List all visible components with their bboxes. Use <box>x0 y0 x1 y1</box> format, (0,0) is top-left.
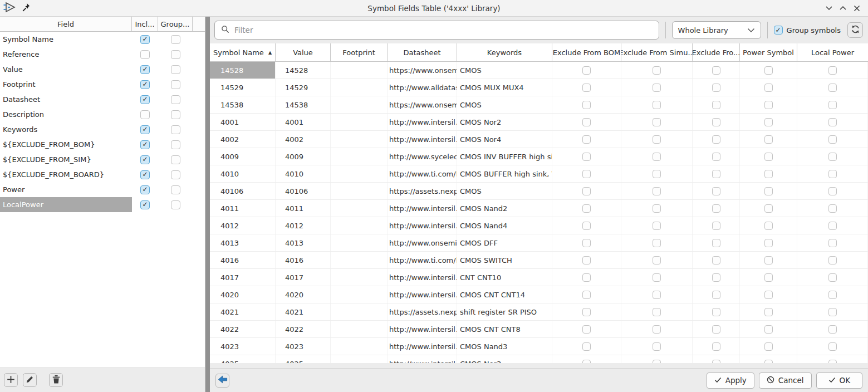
add-field-button[interactable] <box>4 373 18 387</box>
library-scope-select[interactable]: Whole Library <box>672 21 761 39</box>
value-cell[interactable]: 4011 <box>276 200 331 217</box>
edit-field-button[interactable] <box>23 373 37 387</box>
flag-checkbox[interactable] <box>764 66 773 75</box>
flag-checkbox[interactable] <box>764 135 773 144</box>
flag-checkbox[interactable] <box>764 170 773 178</box>
field-name[interactable]: ${EXCLUDE_FROM_BOM} <box>0 137 132 152</box>
flag-checkbox[interactable] <box>828 204 837 213</box>
symbol-name-cell[interactable]: 14529 <box>210 79 276 96</box>
include-checkbox[interactable] <box>140 155 150 164</box>
include-checkbox[interactable] <box>140 65 150 74</box>
value-cell[interactable]: 14538 <box>276 96 331 113</box>
datasheet-cell[interactable]: http://www.ti.com/li <box>388 165 457 182</box>
flag-checkbox[interactable] <box>582 222 591 230</box>
flag-checkbox[interactable] <box>712 239 720 247</box>
flag-checkbox[interactable] <box>712 170 720 178</box>
flag-checkbox[interactable] <box>828 101 837 109</box>
symbol-name-cell[interactable]: 14538 <box>210 96 276 113</box>
symbol-name-cell[interactable]: 14528 <box>210 62 276 79</box>
close-button[interactable] <box>852 4 861 13</box>
footprint-cell[interactable] <box>331 355 388 363</box>
flag-checkbox[interactable] <box>764 118 773 126</box>
footprint-cell[interactable] <box>331 79 388 96</box>
footprint-cell[interactable] <box>331 286 388 303</box>
flag-checkbox[interactable] <box>653 84 661 92</box>
keywords-cell[interactable]: CMOS Nor2 <box>457 114 552 130</box>
flag-checkbox[interactable] <box>653 342 661 351</box>
datasheet-cell[interactable]: http://www.intersil. <box>388 321 457 337</box>
include-checkbox[interactable] <box>140 80 150 89</box>
datasheet-cell[interactable]: https://www.onsem <box>388 96 457 113</box>
symbol-name-cell[interactable]: 4025 <box>210 355 276 363</box>
group-checkbox[interactable] <box>171 110 180 119</box>
symbol-name-cell[interactable]: 4011 <box>210 200 276 217</box>
footprint-cell[interactable] <box>331 148 388 165</box>
include-checkbox[interactable] <box>140 200 150 209</box>
keywords-cell[interactable]: CMOS DFF <box>457 234 552 251</box>
flag-checkbox[interactable] <box>828 222 837 230</box>
keywords-cell[interactable]: CMOS CNT CNT14 <box>457 286 552 303</box>
symbol-name-cell[interactable]: 4010 <box>210 165 276 182</box>
cancel-button[interactable]: Cancel <box>759 373 812 389</box>
symbol-name-cell[interactable]: 4022 <box>210 321 276 337</box>
flag-checkbox[interactable] <box>764 342 773 351</box>
keywords-cell[interactable]: CMOS CNT CNT8 <box>457 321 552 337</box>
flag-checkbox[interactable] <box>764 291 773 299</box>
field-name[interactable]: Power <box>0 182 132 197</box>
include-checkbox[interactable] <box>140 125 150 134</box>
field-name[interactable]: Reference <box>0 47 132 62</box>
flag-checkbox[interactable] <box>653 135 661 144</box>
field-name[interactable]: Symbol Name <box>0 32 132 47</box>
flag-checkbox[interactable] <box>653 273 661 282</box>
flag-checkbox[interactable] <box>653 153 661 161</box>
datasheet-cell[interactable]: https://www.onsem <box>388 62 457 79</box>
column-header[interactable]: Exclude From Simu... <box>621 43 693 61</box>
keywords-cell[interactable]: CMOS MUX MUX4 <box>457 79 552 96</box>
maximize-button[interactable] <box>838 4 847 13</box>
column-header[interactable]: Datasheet <box>388 43 457 61</box>
flag-checkbox[interactable] <box>712 204 720 213</box>
keywords-cell[interactable]: CMOS Nand4 <box>457 217 552 234</box>
flag-checkbox[interactable] <box>582 187 591 195</box>
column-header[interactable]: Symbol Name▲ <box>210 43 276 61</box>
flag-checkbox[interactable] <box>828 273 837 282</box>
datasheet-cell[interactable]: http://www.intersil. <box>388 269 457 286</box>
symbol-name-cell[interactable]: 4013 <box>210 234 276 251</box>
flag-checkbox[interactable] <box>582 84 591 92</box>
datasheet-cell[interactable]: http://www.onsemi. <box>388 234 457 251</box>
footprint-cell[interactable] <box>331 114 388 130</box>
flag-checkbox[interactable] <box>712 325 720 334</box>
include-checkbox[interactable] <box>140 50 150 59</box>
filter-input[interactable] <box>234 26 653 35</box>
flag-checkbox[interactable] <box>712 308 720 316</box>
flag-checkbox[interactable] <box>582 308 591 316</box>
symbol-name-cell[interactable]: 4017 <box>210 269 276 286</box>
value-cell[interactable]: 4017 <box>276 269 331 286</box>
value-cell[interactable]: 4010 <box>276 165 331 182</box>
flag-checkbox[interactable] <box>712 256 720 264</box>
flag-checkbox[interactable] <box>764 308 773 316</box>
field-name[interactable]: Footprint <box>0 77 132 92</box>
keywords-cell[interactable]: CMOS BUFFER high sink, VC <box>457 165 552 182</box>
column-header[interactable]: Exclude From BOM <box>552 43 621 61</box>
symbol-name-cell[interactable]: 4009 <box>210 148 276 165</box>
group-checkbox[interactable] <box>171 65 180 74</box>
value-cell[interactable]: 4022 <box>276 321 331 337</box>
flag-checkbox[interactable] <box>653 170 661 178</box>
datasheet-cell[interactable]: http://www.alldatas <box>388 79 457 96</box>
value-cell[interactable]: 4002 <box>276 131 331 148</box>
flag-checkbox[interactable] <box>653 204 661 213</box>
keywords-cell[interactable]: CMOS <box>457 62 552 79</box>
group-checkbox[interactable] <box>171 125 180 134</box>
footprint-cell[interactable] <box>331 321 388 337</box>
flag-checkbox[interactable] <box>712 222 720 230</box>
flag-checkbox[interactable] <box>582 135 591 144</box>
footprint-cell[interactable] <box>331 131 388 148</box>
flag-checkbox[interactable] <box>653 118 661 126</box>
group-checkbox[interactable] <box>171 140 180 149</box>
refresh-button[interactable] <box>847 22 863 38</box>
group-checkbox[interactable] <box>171 200 180 209</box>
include-checkbox[interactable] <box>140 140 150 149</box>
field-name[interactable]: ${EXCLUDE_FROM_BOARD} <box>0 167 132 182</box>
symbol-name-cell[interactable]: 4016 <box>210 252 276 268</box>
